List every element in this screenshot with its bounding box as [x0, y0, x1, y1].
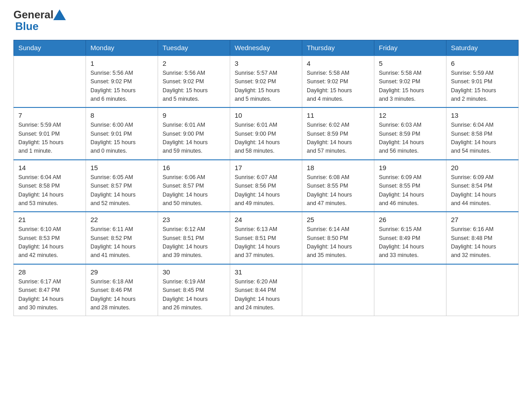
day-number: 11 — [307, 111, 369, 119]
day-info: Sunrise: 6:17 AM Sunset: 8:47 PM Dayligh… — [18, 278, 81, 313]
day-info: Sunrise: 5:59 AM Sunset: 9:01 PM Dayligh… — [18, 121, 81, 156]
calendar-day-cell — [14, 56, 86, 108]
calendar-day-cell: 4Sunrise: 5:58 AM Sunset: 9:02 PM Daylig… — [302, 56, 374, 108]
day-number: 7 — [18, 111, 81, 119]
day-number: 21 — [18, 216, 81, 223]
day-number: 16 — [163, 164, 225, 171]
day-info: Sunrise: 5:57 AM Sunset: 9:02 PM Dayligh… — [235, 69, 297, 104]
calendar-day-cell: 9Sunrise: 6:01 AM Sunset: 9:00 PM Daylig… — [158, 107, 230, 160]
day-number: 5 — [379, 60, 442, 67]
calendar-day-cell: 27Sunrise: 6:16 AM Sunset: 8:48 PM Dayli… — [446, 212, 519, 264]
day-number: 1 — [90, 60, 153, 67]
calendar-week-row: 7Sunrise: 5:59 AM Sunset: 9:01 PM Daylig… — [14, 107, 519, 160]
day-info: Sunrise: 6:13 AM Sunset: 8:51 PM Dayligh… — [235, 225, 297, 260]
calendar-day-cell: 13Sunrise: 6:04 AM Sunset: 8:58 PM Dayli… — [446, 107, 519, 160]
calendar-day-cell: 16Sunrise: 6:06 AM Sunset: 8:57 PM Dayli… — [158, 160, 230, 212]
day-number: 20 — [451, 164, 514, 171]
calendar-day-cell: 14Sunrise: 6:04 AM Sunset: 8:58 PM Dayli… — [14, 160, 86, 212]
calendar-day-cell: 19Sunrise: 6:09 AM Sunset: 8:55 PM Dayli… — [374, 160, 446, 212]
page-header: GeneralBlue — [13, 9, 519, 33]
day-number: 29 — [90, 268, 153, 276]
day-info: Sunrise: 6:09 AM Sunset: 8:54 PM Dayligh… — [451, 173, 514, 208]
calendar-week-row: 1Sunrise: 5:56 AM Sunset: 9:02 PM Daylig… — [14, 56, 519, 108]
day-number: 3 — [235, 60, 297, 67]
day-number: 10 — [235, 111, 297, 119]
calendar-day-cell: 15Sunrise: 6:05 AM Sunset: 8:57 PM Dayli… — [86, 160, 158, 212]
day-number: 22 — [90, 216, 153, 223]
day-info: Sunrise: 6:18 AM Sunset: 8:46 PM Dayligh… — [90, 278, 153, 313]
day-number: 28 — [18, 268, 81, 276]
day-number: 8 — [90, 111, 153, 119]
calendar-day-header: Saturday — [446, 40, 519, 56]
calendar-day-cell — [302, 264, 374, 316]
calendar-day-cell: 3Sunrise: 5:57 AM Sunset: 9:02 PM Daylig… — [230, 56, 302, 108]
day-info: Sunrise: 6:07 AM Sunset: 8:56 PM Dayligh… — [235, 173, 297, 208]
day-number: 14 — [18, 164, 81, 171]
calendar-day-cell — [374, 264, 446, 316]
calendar-day-header: Wednesday — [230, 40, 302, 56]
svg-marker-0 — [53, 9, 66, 20]
day-info: Sunrise: 6:02 AM Sunset: 8:59 PM Dayligh… — [307, 121, 369, 156]
calendar-day-cell — [446, 264, 519, 316]
day-info: Sunrise: 6:10 AM Sunset: 8:53 PM Dayligh… — [18, 225, 81, 260]
day-number: 27 — [451, 216, 514, 223]
day-info: Sunrise: 6:15 AM Sunset: 8:49 PM Dayligh… — [379, 225, 442, 260]
day-info: Sunrise: 6:03 AM Sunset: 8:59 PM Dayligh… — [379, 121, 442, 156]
calendar-day-cell: 17Sunrise: 6:07 AM Sunset: 8:56 PM Dayli… — [230, 160, 302, 212]
calendar-day-cell: 20Sunrise: 6:09 AM Sunset: 8:54 PM Dayli… — [446, 160, 519, 212]
calendar-day-cell: 18Sunrise: 6:08 AM Sunset: 8:55 PM Dayli… — [302, 160, 374, 212]
day-number: 17 — [235, 164, 297, 171]
calendar-day-cell: 31Sunrise: 6:20 AM Sunset: 8:44 PM Dayli… — [230, 264, 302, 316]
calendar-day-header: Thursday — [302, 40, 374, 56]
day-number: 12 — [379, 111, 442, 119]
day-info: Sunrise: 5:56 AM Sunset: 9:02 PM Dayligh… — [163, 69, 225, 104]
day-number: 30 — [163, 268, 225, 276]
day-info: Sunrise: 6:06 AM Sunset: 8:57 PM Dayligh… — [163, 173, 225, 208]
calendar-week-row: 14Sunrise: 6:04 AM Sunset: 8:58 PM Dayli… — [14, 160, 519, 212]
day-info: Sunrise: 6:19 AM Sunset: 8:45 PM Dayligh… — [163, 278, 225, 313]
day-info: Sunrise: 6:20 AM Sunset: 8:44 PM Dayligh… — [235, 278, 297, 313]
day-number: 23 — [163, 216, 225, 223]
calendar-day-cell: 25Sunrise: 6:14 AM Sunset: 8:50 PM Dayli… — [302, 212, 374, 264]
calendar-day-cell: 8Sunrise: 6:00 AM Sunset: 9:01 PM Daylig… — [86, 107, 158, 160]
day-info: Sunrise: 6:12 AM Sunset: 8:51 PM Dayligh… — [163, 225, 225, 260]
day-number: 6 — [451, 60, 514, 67]
calendar-day-cell: 30Sunrise: 6:19 AM Sunset: 8:45 PM Dayli… — [158, 264, 230, 316]
day-number: 31 — [235, 268, 297, 276]
calendar-table: SundayMondayTuesdayWednesdayThursdayFrid… — [13, 40, 519, 317]
calendar-day-header: Tuesday — [158, 40, 230, 56]
calendar-day-cell: 21Sunrise: 6:10 AM Sunset: 8:53 PM Dayli… — [14, 212, 86, 264]
day-info: Sunrise: 6:11 AM Sunset: 8:52 PM Dayligh… — [90, 225, 153, 260]
day-info: Sunrise: 6:00 AM Sunset: 9:01 PM Dayligh… — [90, 121, 153, 156]
day-info: Sunrise: 6:04 AM Sunset: 8:58 PM Dayligh… — [451, 121, 514, 156]
calendar-day-cell: 2Sunrise: 5:56 AM Sunset: 9:02 PM Daylig… — [158, 56, 230, 108]
calendar-day-cell: 5Sunrise: 5:58 AM Sunset: 9:02 PM Daylig… — [374, 56, 446, 108]
day-number: 4 — [307, 60, 369, 67]
day-info: Sunrise: 5:58 AM Sunset: 9:02 PM Dayligh… — [307, 69, 369, 104]
calendar-day-cell: 10Sunrise: 6:01 AM Sunset: 9:00 PM Dayli… — [230, 107, 302, 160]
calendar-day-cell: 26Sunrise: 6:15 AM Sunset: 8:49 PM Dayli… — [374, 212, 446, 264]
calendar-day-cell: 1Sunrise: 5:56 AM Sunset: 9:02 PM Daylig… — [86, 56, 158, 108]
day-number: 19 — [379, 164, 442, 171]
day-number: 18 — [307, 164, 369, 171]
calendar-day-cell: 6Sunrise: 5:59 AM Sunset: 9:01 PM Daylig… — [446, 56, 519, 108]
calendar-header-row: SundayMondayTuesdayWednesdayThursdayFrid… — [14, 40, 519, 56]
day-number: 13 — [451, 111, 514, 119]
calendar-week-row: 21Sunrise: 6:10 AM Sunset: 8:53 PM Dayli… — [14, 212, 519, 264]
day-info: Sunrise: 6:01 AM Sunset: 9:00 PM Dayligh… — [163, 121, 225, 156]
calendar-day-cell: 28Sunrise: 6:17 AM Sunset: 8:47 PM Dayli… — [14, 264, 86, 316]
day-number: 9 — [163, 111, 225, 119]
calendar-day-cell: 24Sunrise: 6:13 AM Sunset: 8:51 PM Dayli… — [230, 212, 302, 264]
logo: GeneralBlue — [13, 9, 66, 33]
day-number: 2 — [163, 60, 225, 67]
day-info: Sunrise: 5:58 AM Sunset: 9:02 PM Dayligh… — [379, 69, 442, 104]
calendar-day-cell: 12Sunrise: 6:03 AM Sunset: 8:59 PM Dayli… — [374, 107, 446, 160]
calendar-day-header: Monday — [86, 40, 158, 56]
calendar-day-cell: 22Sunrise: 6:11 AM Sunset: 8:52 PM Dayli… — [86, 212, 158, 264]
calendar-day-cell: 23Sunrise: 6:12 AM Sunset: 8:51 PM Dayli… — [158, 212, 230, 264]
calendar-day-header: Sunday — [14, 40, 86, 56]
day-info: Sunrise: 5:56 AM Sunset: 9:02 PM Dayligh… — [90, 69, 153, 104]
day-info: Sunrise: 5:59 AM Sunset: 9:01 PM Dayligh… — [451, 69, 514, 104]
day-info: Sunrise: 6:05 AM Sunset: 8:57 PM Dayligh… — [90, 173, 153, 208]
day-info: Sunrise: 6:16 AM Sunset: 8:48 PM Dayligh… — [451, 225, 514, 260]
